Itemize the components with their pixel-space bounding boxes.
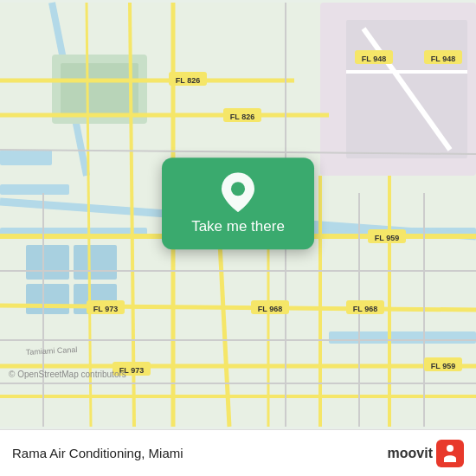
svg-rect-16 bbox=[74, 245, 117, 280]
copyright-text: © OpenStreetMap contributors bbox=[9, 370, 126, 379]
svg-text:FL 959: FL 959 bbox=[375, 234, 399, 242]
location-name: Rama Air Conditioning, Miami bbox=[12, 446, 183, 460]
take-me-there-label: Take me there bbox=[191, 218, 285, 235]
map-container: FL 826 FL 826 FL 948 FL 948 FL 959 FL 95… bbox=[0, 0, 476, 429]
svg-text:FL 959: FL 959 bbox=[431, 362, 455, 370]
svg-text:FL 973: FL 973 bbox=[93, 305, 118, 313]
moovit-brand-icon bbox=[436, 440, 464, 467]
svg-rect-15 bbox=[26, 245, 69, 280]
svg-rect-2 bbox=[0, 184, 69, 195]
svg-text:FL 826: FL 826 bbox=[230, 113, 254, 121]
svg-rect-3 bbox=[329, 331, 476, 344]
action-card[interactable]: Take me there bbox=[162, 158, 314, 249]
svg-text:FL 948: FL 948 bbox=[431, 55, 455, 63]
svg-text:FL 968: FL 968 bbox=[353, 305, 377, 313]
svg-rect-1 bbox=[0, 150, 52, 165]
svg-rect-17 bbox=[26, 284, 69, 314]
moovit-logo[interactable]: moovit bbox=[388, 440, 464, 467]
svg-text:FL 826: FL 826 bbox=[176, 76, 200, 85]
svg-text:FL 968: FL 968 bbox=[258, 305, 282, 313]
bottom-bar: Rama Air Conditioning, Miami moovit bbox=[0, 429, 476, 476]
svg-rect-14 bbox=[61, 63, 138, 115]
location-info: Rama Air Conditioning, Miami bbox=[12, 446, 183, 460]
moovit-text: moovit bbox=[388, 446, 433, 461]
svg-text:FL 948: FL 948 bbox=[362, 55, 386, 63]
svg-rect-63 bbox=[436, 440, 464, 467]
app: FL 826 FL 826 FL 948 FL 948 FL 959 FL 95… bbox=[0, 0, 476, 476]
svg-point-62 bbox=[231, 182, 245, 196]
location-pin-icon bbox=[219, 173, 257, 211]
